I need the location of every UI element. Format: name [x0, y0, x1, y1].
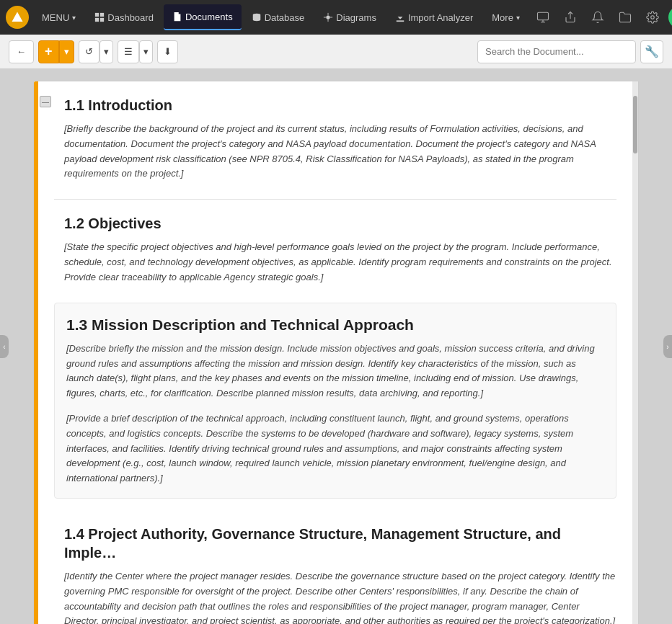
- left-arrow-icon: ‹: [3, 343, 5, 351]
- svg-rect-3: [95, 18, 99, 22]
- grid-icon: [94, 12, 105, 22]
- main-area: ‹ — 1.1 Introduction [Briefly describe t…: [0, 69, 672, 624]
- refresh-icon: ↺: [85, 46, 93, 57]
- view-dropdown-button[interactable]: ▾: [139, 40, 153, 63]
- add-icon: +: [45, 44, 53, 59]
- right-collapse-arrow[interactable]: ›: [663, 335, 672, 358]
- search-box[interactable]: [477, 40, 636, 63]
- user-avatar[interactable]: S: [668, 6, 672, 29]
- import-icon: [395, 12, 405, 22]
- view-caret: ▾: [143, 46, 149, 57]
- scrollbar-thumb[interactable]: [633, 96, 637, 153]
- nav-menu[interactable]: MENU ▾: [33, 4, 84, 30]
- nav-action-buttons: S: [531, 6, 672, 29]
- section-1-1: 1.1 Introduction [Briefly describe the b…: [54, 96, 616, 182]
- doc-accent-bar: [34, 81, 38, 624]
- nav-database[interactable]: Database: [243, 4, 314, 30]
- view-icon: ☰: [124, 46, 133, 57]
- refresh-button[interactable]: ↺: [79, 40, 100, 63]
- add-button[interactable]: +: [38, 40, 59, 63]
- section-1-3-body2: [Provide a brief description of the tech…: [66, 411, 604, 486]
- bell-icon: [591, 11, 604, 24]
- document-toolbar: ← + ▾ ↺ ▾ ☰ ▾ ⬇ 🔧: [0, 35, 672, 69]
- svg-point-6: [327, 15, 330, 19]
- top-navigation: MENU ▾ Dashboard Documents Database Diag…: [0, 0, 672, 35]
- folder-icon-btn[interactable]: [614, 6, 637, 29]
- back-button[interactable]: ←: [9, 40, 34, 63]
- search-input[interactable]: [485, 46, 628, 57]
- section-gap: [54, 510, 616, 525]
- more-caret: ▾: [516, 14, 520, 22]
- collapse-button[interactable]: —: [40, 96, 51, 107]
- notifications-icon-btn[interactable]: [586, 6, 609, 29]
- svg-point-13: [651, 16, 655, 19]
- download-button[interactable]: ⬇: [157, 40, 178, 63]
- nav-import-analyzer-label: Import Analyzer: [408, 12, 473, 23]
- section-1-2: 1.2 Objectives [State the specific proje…: [54, 214, 616, 285]
- scrollbar-track[interactable]: [632, 81, 638, 624]
- settings-icon-btn[interactable]: [641, 6, 664, 29]
- monitor-icon: [536, 11, 549, 24]
- section-1-1-title: 1.1 Introduction: [64, 96, 616, 115]
- section-1-3: 1.3 Mission Description and Technical Ap…: [54, 303, 616, 499]
- document-content: 1.1 Introduction [Briefly describe the b…: [34, 81, 638, 624]
- svg-marker-0: [12, 12, 23, 22]
- refresh-caret: ▾: [104, 46, 109, 57]
- folder-icon: [619, 11, 632, 24]
- menu-caret: ▾: [72, 14, 76, 22]
- divider-1-1: [54, 199, 616, 200]
- share-icon-btn[interactable]: [559, 6, 582, 29]
- db-icon: [252, 12, 262, 22]
- left-panel[interactable]: ‹: [0, 69, 9, 624]
- nav-import-analyzer[interactable]: Import Analyzer: [386, 4, 482, 30]
- view-button[interactable]: ☰: [118, 40, 139, 63]
- doc-icon: [172, 12, 182, 22]
- wrench-icon: 🔧: [645, 45, 659, 58]
- add-dropdown-button[interactable]: ▾: [59, 40, 74, 63]
- add-dropdown-caret: ▾: [64, 46, 69, 57]
- section-1-4-body: [Identify the Center where the project m…: [64, 569, 616, 624]
- document-area: — 1.1 Introduction [Briefly describe the…: [9, 69, 663, 624]
- refresh-dropdown-button[interactable]: ▾: [100, 40, 113, 63]
- back-arrow-icon: ←: [17, 46, 26, 57]
- nav-dashboard[interactable]: Dashboard: [86, 4, 162, 30]
- svg-rect-4: [100, 18, 104, 22]
- svg-rect-2: [100, 13, 104, 17]
- nav-documents[interactable]: Documents: [164, 4, 242, 30]
- section-1-1-body: [Briefly describe the background of the …: [64, 122, 616, 182]
- diagram-icon: [323, 12, 333, 22]
- section-1-3-body1: [Describe briefly the mission and the mi…: [66, 342, 604, 401]
- section-1-2-title: 1.2 Objectives: [64, 214, 616, 233]
- wrench-button[interactable]: 🔧: [640, 40, 663, 63]
- section-1-2-body: [State the specific project objectives a…: [64, 240, 616, 285]
- refresh-button-group: ↺ ▾: [79, 40, 113, 63]
- section-1-3-title: 1.3 Mission Description and Technical Ap…: [66, 315, 604, 334]
- nav-diagrams[interactable]: Diagrams: [314, 4, 385, 30]
- right-arrow-icon: ›: [666, 343, 668, 351]
- view-button-group: ☰ ▾: [118, 40, 153, 63]
- monitor-icon-btn[interactable]: [531, 6, 554, 29]
- nav-documents-label: Documents: [185, 12, 233, 22]
- add-button-group: + ▾: [38, 40, 74, 63]
- nav-menu-label: MENU: [42, 12, 69, 23]
- nav-more[interactable]: More ▾: [483, 4, 529, 30]
- right-panel[interactable]: ›: [663, 69, 672, 624]
- nav-dashboard-label: Dashboard: [107, 12, 154, 23]
- nav-database-label: Database: [265, 12, 305, 23]
- left-collapse-arrow[interactable]: ‹: [0, 335, 9, 358]
- section-1-4: 1.4 Project Authority, Governance Struct…: [54, 525, 616, 624]
- download-icon: ⬇: [164, 46, 172, 57]
- svg-rect-1: [95, 13, 99, 17]
- section-1-4-title: 1.4 Project Authority, Governance Struct…: [64, 525, 616, 562]
- document-container: — 1.1 Introduction [Briefly describe the…: [33, 81, 639, 624]
- nav-more-label: More: [492, 12, 513, 23]
- gear-icon: [646, 11, 659, 24]
- logo[interactable]: [6, 6, 29, 29]
- share-icon: [564, 11, 577, 24]
- nav-diagrams-label: Diagrams: [336, 12, 376, 23]
- svg-rect-11: [537, 12, 548, 20]
